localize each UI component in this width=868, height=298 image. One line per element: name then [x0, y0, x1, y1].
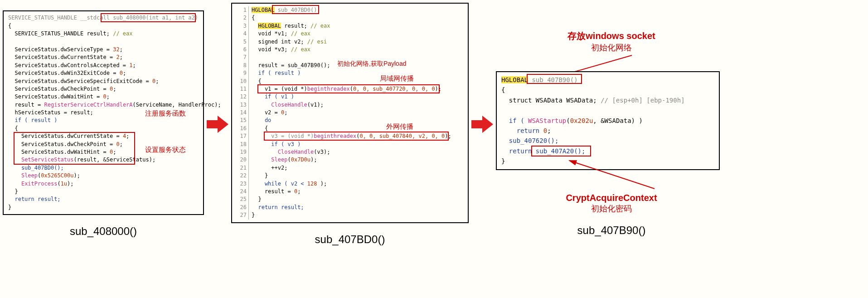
- code-1: SERVICE_STATUS_HANDLE __stdcall sub_4080…: [4, 11, 203, 214]
- code-3: HGLOBAL sub_407B90() { struct WSAData WS…: [497, 72, 719, 169]
- annot-wsock-bold: 存放windows socket: [496, 30, 727, 42]
- panel-2: 1HGLOBAL sub_407BD0() 2{ 3 HGLOBAL resul…: [231, 3, 469, 246]
- diagram-row: SERVICE_STATUS_HANDLE __stdcall sub_4080…: [3, 3, 865, 246]
- svg-marker-1: [471, 116, 493, 133]
- annot-crypt-sub: 初始化密码: [496, 203, 727, 214]
- caption-1: sub_408000(): [70, 225, 137, 238]
- annot-crypt-bold: CryptAcquireContext: [496, 193, 727, 203]
- arrow-1: [207, 113, 228, 136]
- code-2: 1HGLOBAL sub_407BD0() 2{ 3 HGLOBAL resul…: [232, 4, 468, 222]
- code-window-1: SERVICE_STATUS_HANDLE __stdcall sub_4080…: [3, 10, 204, 215]
- svg-marker-0: [207, 116, 228, 133]
- caption-3: sub_407B90(): [496, 224, 727, 237]
- code-window-2: 1HGLOBAL sub_407BD0() 2{ 3 HGLOBAL resul…: [231, 3, 469, 223]
- panel-1: SERVICE_STATUS_HANDLE __stdcall sub_4080…: [3, 10, 204, 238]
- code-window-3: HGLOBAL sub_407B90() { struct WSAData WS…: [496, 71, 720, 170]
- caption-2: sub_407BD0(): [315, 233, 385, 246]
- panel-3-stack: 存放windows socket 初始化网络 HGLOBAL sub_407B9…: [496, 12, 727, 237]
- annot-wsock-sub: 初始化网络: [496, 42, 727, 53]
- arrow-2: [471, 113, 493, 136]
